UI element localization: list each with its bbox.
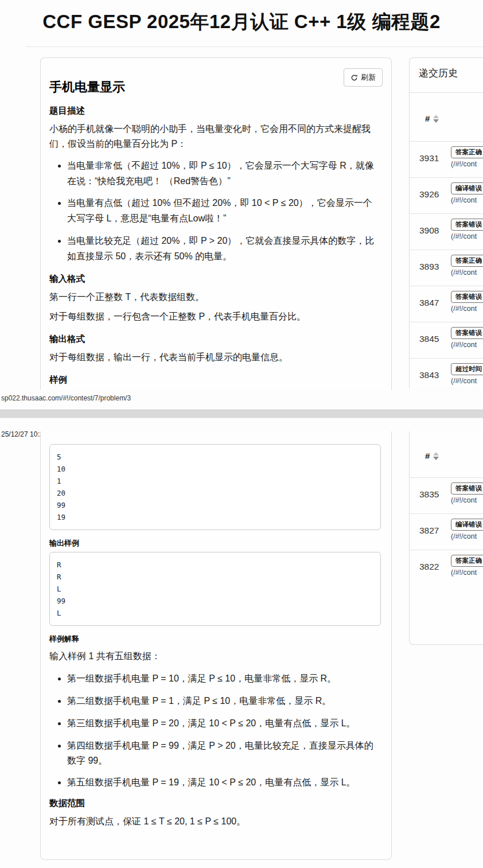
problem-panel-bottom: 5 10 1 20 99 19 输出样例 R R L 99 L 样例解释 输入样…	[40, 431, 392, 860]
submission-row[interactable]: 3827 编译错误 (/#!/cont	[410, 513, 483, 550]
submission-row[interactable]: 3835 答案错误 (/#!/cont	[410, 477, 483, 513]
submission-id: 3931	[419, 153, 439, 164]
status-badge: 答案错误	[451, 482, 483, 495]
submission-link[interactable]: (/#!/cont	[451, 341, 483, 349]
submission-link[interactable]: (/#!/cont	[451, 377, 483, 385]
code-line: R	[57, 559, 373, 571]
submission-id: 3847	[419, 298, 439, 308]
status-badge: 编译错误	[451, 182, 483, 194]
url-text: sp022.thusaac.com/#!/contest/7/problem/3	[1, 394, 131, 402]
status-badge: 答案错误	[451, 219, 483, 231]
submission-id: 3822	[419, 562, 439, 572]
submission-history-panel-top: 递交历史 # 3931 答案正确 (/#!/cont 3926 编译错误 (/#…	[409, 57, 483, 388]
code-line: 20	[57, 487, 373, 499]
submission-row[interactable]: 3926 编译错误 (/#!/cont	[410, 177, 483, 213]
submission-id: 3926	[419, 189, 439, 200]
page-title: CCF GESP 2025年12月认证 C++ 1级 编程题2	[0, 9, 483, 35]
explanation-item: 第三组数据手机电量 P = 20，满足 10 < P ≤ 20，电量有点低，显示…	[67, 716, 381, 731]
submission-row[interactable]: 3847 答案错误 (/#!/cont	[410, 286, 483, 322]
submission-row[interactable]: 3822 答案正确 (/#!/cont	[410, 550, 483, 586]
submission-link[interactable]: (/#!/cont	[451, 160, 483, 168]
status-badge: 答案正确	[451, 555, 483, 567]
input-format-heading: 输入格式	[49, 273, 381, 285]
code-line: 99	[57, 595, 373, 607]
submission-link[interactable]: (/#!/cont	[451, 496, 483, 504]
data-range-heading: 数据范围	[49, 797, 381, 809]
screenshot-divider-band	[0, 410, 483, 418]
status-badge: 答案正确	[451, 146, 483, 158]
data-range-text: 对于所有测试点，保证 1 ≤ T ≤ 20, 1 ≤ P ≤ 100。	[49, 814, 381, 829]
submission-id: 3893	[419, 262, 439, 272]
submission-history-title: 递交历史	[410, 58, 483, 85]
code-line: R	[57, 571, 373, 583]
submission-link[interactable]: (/#!/cont	[451, 232, 483, 240]
status-badge: 编译错误	[451, 519, 483, 531]
submission-row[interactable]: 3845 答案错误 (/#!/cont	[410, 322, 483, 358]
submission-link[interactable]: (/#!/cont	[451, 532, 483, 540]
submission-link[interactable]: (/#!/cont	[451, 196, 483, 204]
id-column-label: #	[425, 114, 430, 123]
submission-link[interactable]: (/#!/cont	[451, 268, 483, 277]
submission-link[interactable]: (/#!/cont	[451, 569, 483, 577]
submission-row[interactable]: 3843 超过时间 (/#!/cont	[410, 358, 483, 388]
status-badge: 超过时间	[451, 363, 483, 375]
submission-row[interactable]: 3908 答案错误 (/#!/cont	[410, 213, 483, 250]
submission-link[interactable]: (/#!/cont	[451, 305, 483, 313]
sample-output-heading: 输出样例	[49, 538, 381, 548]
sample-input-box: 5 10 1 20 99 19	[49, 444, 381, 530]
sort-icon	[433, 452, 439, 460]
problem-title: 手机电量显示	[49, 79, 381, 96]
refresh-label: 刷新	[361, 72, 376, 83]
code-line: 5	[57, 451, 373, 463]
refresh-icon	[350, 74, 358, 81]
code-line: L	[57, 607, 373, 619]
explanation-intro: 输入样例 1 共有五组数据：	[49, 649, 381, 664]
submission-row[interactable]: 3931 答案正确 (/#!/cont	[410, 141, 483, 177]
status-badge: 答案错误	[451, 327, 483, 339]
submission-id: 3843	[419, 370, 439, 380]
id-sort-header[interactable]: #	[410, 93, 483, 141]
title-divider	[26, 46, 483, 47]
input-format-line: 对于每组数据，一行包含一个正整数 P，代表手机电量百分比。	[49, 309, 381, 324]
code-line: 99	[57, 499, 373, 511]
submission-id: 3908	[419, 225, 439, 236]
description-heading: 题目描述	[49, 105, 381, 117]
explanation-item: 第二组数据手机电量 P = 1，满足 P ≤ 10，电量非常低，显示 R。	[67, 694, 381, 709]
explanation-item: 第五组数据手机电量 P = 19，满足 10 < P ≤ 20，电量有点低，显示…	[67, 775, 381, 790]
sample-heading: 样例	[49, 374, 381, 386]
rule-item: 当电量有点低（超过 10% 但不超过 20%，即 10 < P ≤ 20），它会…	[67, 195, 381, 226]
refresh-button[interactable]: 刷新	[344, 68, 383, 87]
rule-item: 当电量比较充足（超过 20%，即 P > 20），它就会直接显示具体的数字，比如…	[67, 233, 381, 264]
screenshot-root: CCF GESP 2025年12月认证 C++ 1级 编程题2 刷新 手机电量显…	[0, 0, 483, 868]
explanation-item: 第一组数据手机电量 P = 10，满足 P ≤ 10，电量非常低，显示 R。	[67, 671, 381, 686]
code-line: 19	[57, 511, 373, 523]
id-column-label: #	[425, 451, 430, 461]
rules-list: 当电量非常低（不超过 10%，即 P ≤ 10），它会显示一个大写字母 R，就像…	[49, 158, 381, 264]
submission-id: 3835	[419, 489, 439, 500]
status-badge: 答案错误	[451, 291, 483, 303]
code-line: 1	[57, 475, 373, 487]
submission-row[interactable]: 3893 答案正确 (/#!/cont	[410, 250, 483, 286]
sort-icon	[433, 115, 439, 123]
explanation-item: 第四组数据手机电量 P = 99，满足 P > 20，电量比较充足，直接显示具体…	[67, 738, 381, 768]
input-format-line: 第一行一个正整数 T，代表数据组数。	[49, 290, 381, 305]
id-sort-header[interactable]: #	[410, 431, 483, 477]
description-intro: 小杨的手机就像一个聪明的小助手，当电量变化时，它会用不同的方式来提醒我们，假设当…	[49, 122, 381, 151]
output-format-heading: 输出格式	[49, 333, 381, 345]
sample-output-box: R R L 99 L	[49, 552, 381, 626]
submission-id: 3845	[419, 334, 439, 344]
output-format-line: 对于每组数据，输出一行，代表当前手机显示的电量信息。	[49, 350, 381, 365]
code-line: 10	[57, 463, 373, 475]
explanation-heading: 样例解释	[49, 634, 381, 644]
code-line: L	[57, 583, 373, 595]
status-badge: 答案正确	[451, 255, 483, 267]
problem-panel-top: 刷新 手机电量显示 题目描述 小杨的手机就像一个聪明的小助手，当电量变化时，它会…	[40, 57, 392, 390]
submission-history-panel-bottom: # 3835 答案错误 (/#!/cont 3827 编译错误 (/#!/con…	[409, 431, 483, 645]
submission-id: 3827	[419, 526, 439, 536]
explanation-list: 第一组数据手机电量 P = 10，满足 P ≤ 10，电量非常低，显示 R。 第…	[49, 671, 381, 790]
rule-item: 当电量非常低（不超过 10%，即 P ≤ 10），它会显示一个大写字母 R，就像…	[67, 158, 381, 189]
